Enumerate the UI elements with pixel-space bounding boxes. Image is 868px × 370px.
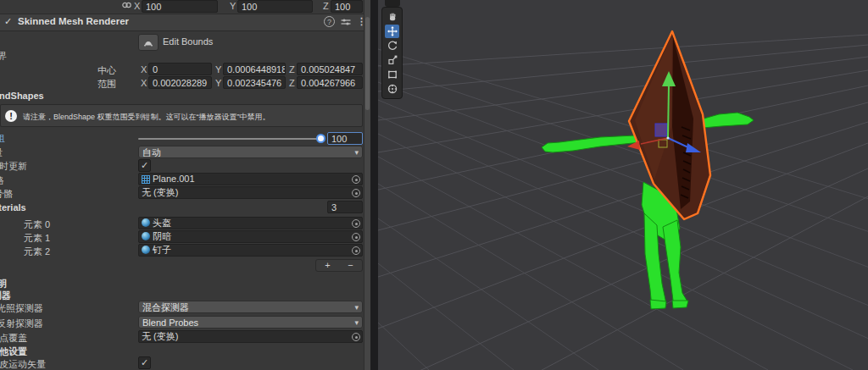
light-probes-label: 光照探测器: [0, 302, 43, 315]
scene-view[interactable]: [378, 0, 868, 370]
root-bone-picker-icon[interactable]: [352, 189, 360, 197]
center-y-field[interactable]: 0.0006448918: [223, 63, 286, 75]
quality-value: 自动: [142, 147, 161, 157]
light-probes-value: 混合探测器: [142, 302, 189, 312]
tools-overlay: [381, 7, 403, 99]
range-y-field[interactable]: 0.002345476: [223, 76, 286, 89]
anchor-picker-icon[interactable]: [352, 333, 360, 341]
chevron-down-icon: ▾: [354, 146, 359, 158]
element-2-picker-icon[interactable]: [352, 246, 360, 255]
element-0-label: 元素 0: [24, 218, 50, 231]
right-foot: [672, 301, 688, 308]
add-element-button[interactable]: +: [316, 260, 339, 271]
tool-scale[interactable]: [385, 53, 399, 67]
pyramid-head: [629, 31, 710, 219]
probes-section-label: 探测器: [0, 290, 11, 302]
root-bone-label: 根骨骼: [0, 188, 13, 201]
element-1-picker-icon[interactable]: [352, 233, 360, 241]
reflection-probes-label: 反射探测器: [0, 318, 43, 330]
edit-bounds-button[interactable]: [138, 34, 159, 51]
warning-icon: !: [5, 110, 17, 122]
scale-x-field[interactable]: 100: [142, 0, 218, 13]
scale-z-label: Z: [323, 1, 329, 11]
element-2-value: 钉子: [153, 245, 171, 255]
component-header[interactable]: ✓ Skinned Mesh Renderer ? ⋮: [0, 14, 370, 31]
mesh-icon: [142, 175, 150, 184]
mesh-picker-icon[interactable]: [352, 175, 360, 184]
inspector-panel: X 100 Y 100 Z 100 ✓ Skinned Mesh Rendere…: [0, 0, 370, 370]
left-foot: [650, 300, 666, 309]
offscreen-checkbox[interactable]: ✓: [138, 159, 151, 172]
anchor-override-value: 无 (变换): [142, 331, 178, 341]
range-x-label: X: [141, 78, 147, 88]
element-0-field[interactable]: 头盔: [138, 217, 363, 229]
enabled-checkbox[interactable]: ✓: [4, 16, 12, 27]
link-icon[interactable]: [121, 0, 132, 10]
blendshape-warning-box: ! 请注意，BlendShape 权重范围受到钳制。这可以在“播放器设置”中禁用…: [0, 104, 363, 127]
range-z-field[interactable]: 0.004267966: [297, 76, 363, 89]
reflection-probes-dropdown[interactable]: Blend Probes ▾: [138, 316, 363, 329]
light-probes-dropdown[interactable]: 混合探测器 ▾: [138, 301, 363, 313]
scrollbar-thumb[interactable]: [365, 17, 370, 110]
list-add-remove: + −: [315, 259, 363, 272]
bounds-section-label: 边界: [0, 50, 7, 63]
motion-vectors-label: 蒙皮运动矢量: [0, 358, 46, 370]
anchor-override-field[interactable]: 无 (变换): [138, 330, 363, 343]
material-icon: [142, 232, 150, 240]
panel-splitter[interactable]: [370, 0, 378, 370]
weight-slider-track[interactable]: [138, 138, 318, 140]
inspector-scrollbar[interactable]: [364, 0, 370, 370]
gizmo-plane-handle-blue[interactable]: [655, 124, 667, 136]
center-y-label: Y: [215, 64, 221, 75]
quality-dropdown[interactable]: 自动 ▾: [138, 146, 363, 158]
weight-slider-knob[interactable]: [316, 134, 326, 143]
lighting-section-label: 照明: [0, 278, 7, 290]
edit-bounds-icon: [143, 38, 153, 47]
root-bone-field[interactable]: 无 (变换): [138, 186, 363, 199]
left-arm: [542, 135, 641, 152]
range-y-label: Y: [215, 78, 221, 88]
right-arm: [701, 113, 754, 128]
materials-section-label: Materials: [0, 202, 26, 213]
presets-icon[interactable]: [341, 17, 351, 27]
element-1-field[interactable]: 阴暗: [138, 230, 363, 243]
unity-editor: X 100 Y 100 Z 100 ✓ Skinned Mesh Rendere…: [0, 0, 868, 370]
center-z-field[interactable]: 0.005024847: [297, 63, 363, 75]
mesh-label: 网格: [0, 174, 4, 187]
help-icon[interactable]: ?: [324, 16, 335, 27]
scene-canvas[interactable]: [378, 0, 868, 370]
motion-vectors-checkbox[interactable]: ✓: [138, 356, 151, 369]
center-x-field[interactable]: 0: [148, 63, 212, 75]
component-title: Skinned Mesh Renderer: [18, 16, 129, 26]
tool-rotate[interactable]: [385, 39, 399, 52]
element-2-label: 元素 2: [24, 246, 50, 258]
range-z-label: Z: [289, 78, 295, 88]
materials-count-field[interactable]: 3: [327, 201, 363, 213]
scale-z-field[interactable]: 100: [331, 0, 363, 13]
range-x-field[interactable]: 0.002028289: [148, 76, 212, 89]
additional-settings-label: 其他设置: [0, 345, 27, 358]
tools-overlay-tab[interactable]: [385, 0, 400, 7]
element-0-picker-icon[interactable]: [352, 219, 360, 228]
tool-custom-transform[interactable]: [385, 82, 399, 96]
element-2-field[interactable]: 钉子: [138, 244, 363, 257]
remove-element-button[interactable]: −: [339, 260, 362, 271]
mesh-object-field[interactable]: Plane.001: [138, 173, 363, 185]
edit-bounds-label: Edit Bounds: [163, 36, 213, 47]
chevron-down-icon: ▾: [354, 317, 359, 329]
warning-text: 请注意，BlendShape 权重范围受到钳制。这可以在“播放器设置”中禁用。: [23, 112, 270, 123]
material-icon: [142, 218, 150, 227]
tool-view-hand[interactable]: [385, 10, 399, 24]
center-label: 中心: [97, 64, 116, 77]
tool-rect[interactable]: [385, 68, 399, 81]
chevron-down-icon: ▾: [354, 301, 359, 313]
scale-x-label: X: [134, 1, 140, 11]
root-bone-value: 无 (变换): [142, 187, 178, 197]
tool-move[interactable]: [385, 25, 399, 38]
scale-y-field[interactable]: 100: [237, 0, 313, 13]
weight-value-field[interactable]: 100: [327, 132, 363, 145]
element-1-label: 元素 1: [24, 232, 50, 245]
element-0-value: 头盔: [153, 218, 171, 228]
scale-y-label: Y: [230, 1, 236, 11]
anchor-override-label: 锚点覆盖: [0, 332, 27, 345]
